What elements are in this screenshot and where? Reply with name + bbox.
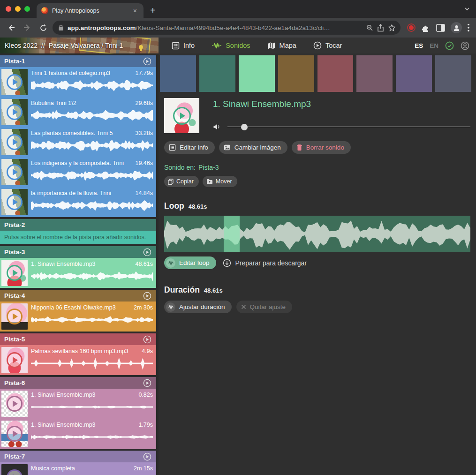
track-play-icon[interactable] [143,57,151,66]
track-swatch-3[interactable] [239,55,275,92]
clip-thumbnail[interactable] [1,129,28,155]
track-play-icon[interactable] [143,335,151,344]
edit-info-button[interactable]: Editar info [164,141,215,154]
track-swatch-4[interactable] [278,55,314,92]
track-play-icon[interactable] [143,248,151,256]
clip-item[interactable]: 1. Sinawi Ensemble.mp3 0.82s [0,389,156,419]
recording-indicator-icon[interactable] [407,23,416,32]
tab-info[interactable]: Info [172,42,195,50]
play-overlay-icon[interactable] [7,396,23,412]
tab-mapa[interactable]: Mapa [267,42,296,50]
edit-loop-button[interactable]: Editar loop [164,256,216,269]
track-header[interactable]: Pista-4 [0,290,156,302]
prepare-download-button[interactable]: Preparar para descargar [223,259,307,267]
close-window-button[interactable] [6,6,11,12]
lang-es-button[interactable]: ES [415,42,423,49]
zoom-window-button[interactable] [24,6,30,12]
volume-slider[interactable] [227,124,470,130]
clip-thumbnail[interactable] [1,159,28,185]
clear-adjust-button[interactable]: Quitar ajuste [236,301,293,313]
account-icon[interactable] [461,41,469,50]
menu-kebab-icon[interactable] [468,23,469,32]
close-tab-icon[interactable]: × [131,7,139,15]
track-swatch-8[interactable] [435,55,471,92]
sound-location-track[interactable]: Pista-3 [198,164,219,171]
play-overlay-icon[interactable] [7,426,23,442]
loop-selection-band[interactable] [224,216,240,252]
bookmark-star-icon[interactable] [388,24,396,32]
copy-button[interactable]: Copiar [164,176,199,187]
track-play-icon[interactable] [143,292,151,300]
track-header[interactable]: Pista-2 [0,219,156,231]
play-overlay-icon[interactable] [7,352,23,368]
clip-waveform[interactable] [31,430,153,444]
adjust-duration-button[interactable]: Ajustar duración [164,301,232,313]
clip-waveform[interactable] [31,108,153,122]
browser-tab[interactable]: Play Antropoloops × [37,3,144,18]
play-overlay-icon[interactable] [7,134,23,150]
extensions-puzzle-icon[interactable] [421,23,431,32]
reload-button[interactable] [37,21,50,34]
profile-avatar[interactable] [451,22,462,33]
clip-thumbnail[interactable] [1,347,28,373]
tab-tocar[interactable]: Tocar [313,41,342,50]
track-play-icon[interactable] [143,452,151,461]
loop-waveform[interactable] [164,216,470,252]
play-overlay-icon[interactable] [7,265,23,281]
clip-item[interactable]: la importancia de la lluvia. Trini 14.84… [0,187,156,217]
clip-thumbnail[interactable] [1,464,28,475]
track-swatch-1[interactable] [160,55,196,92]
clip-waveform[interactable] [31,198,153,212]
new-tab-button[interactable]: + [144,6,162,18]
clip-item[interactable]: 1. Sinawi Ensemble.mp3 48.61s [0,258,156,288]
clip-thumbnail[interactable] [1,69,28,95]
clip-thumbnail[interactable] [1,99,28,125]
track-header[interactable]: Pista-6 [0,377,156,389]
clip-item[interactable]: Bubulina Trini 1\2 29.68s [0,97,156,127]
share-icon[interactable] [377,24,384,32]
clip-waveform[interactable] [31,269,153,283]
move-button[interactable]: Mover [203,176,237,187]
volume-track[interactable] [227,127,470,128]
tab-sonidos[interactable]: Sonidos [212,42,250,49]
clip-waveform[interactable] [31,313,153,327]
clip-item[interactable]: 1. Sinawi Ensemble.mp3 1.79s [0,419,156,449]
play-overlay-icon[interactable] [7,194,23,210]
side-panel-icon[interactable] [436,24,445,32]
clip-waveform[interactable] [31,138,153,152]
clip-item[interactable]: Palmas sevillanas 160 bpm mp3.mp3 4.9s [0,345,156,375]
track-header[interactable]: Pista-5 [0,333,156,345]
change-image-button[interactable]: Cambiar imágen [219,141,287,154]
clip-item[interactable]: Musica completa 2m 15s [0,462,156,475]
clip-item[interactable]: Las plantas comestibles. Trini 5 33.28s [0,127,156,157]
clip-thumbnail[interactable] [1,421,28,447]
play-overlay-icon[interactable] [7,164,23,180]
delete-sound-button[interactable]: Borrar sonido [292,141,351,154]
clip-item[interactable]: Nipponia 06 Esashi Oiwake.mp3 2m 30s [0,302,156,332]
track-swatch-6[interactable] [356,55,393,92]
clip-thumbnail[interactable] [1,260,28,286]
track-play-icon[interactable] [143,379,151,387]
track-header[interactable]: Pista-7 [0,451,156,462]
lang-en-button[interactable]: EN [430,42,438,49]
clip-item[interactable]: Trini 1 historia del colegio.mp3 17.79s [0,67,156,97]
forward-button[interactable] [21,21,34,34]
play-overlay-icon[interactable] [173,107,191,125]
zoom-page-icon[interactable] [366,24,373,31]
clip-waveform[interactable] [31,400,153,414]
track-swatch-5[interactable] [317,55,354,92]
play-overlay-icon[interactable] [7,104,23,120]
track-swatch-7[interactable] [396,55,432,92]
track-swatch-2[interactable] [199,55,235,92]
volume-handle[interactable] [241,124,248,130]
clip-thumbnail[interactable] [1,189,28,215]
track-header[interactable]: Pista-1 [0,55,156,67]
clip-waveform[interactable] [31,78,153,92]
track-header[interactable]: Pista-3 [0,246,156,258]
clip-item[interactable]: Los indigenas y la compostela. Trini 19.… [0,157,156,187]
minimize-window-button[interactable] [15,6,21,12]
status-check-icon[interactable] [445,41,454,50]
clip-waveform[interactable] [31,356,153,370]
play-overlay-icon[interactable] [7,469,23,475]
clip-waveform[interactable] [31,168,153,182]
